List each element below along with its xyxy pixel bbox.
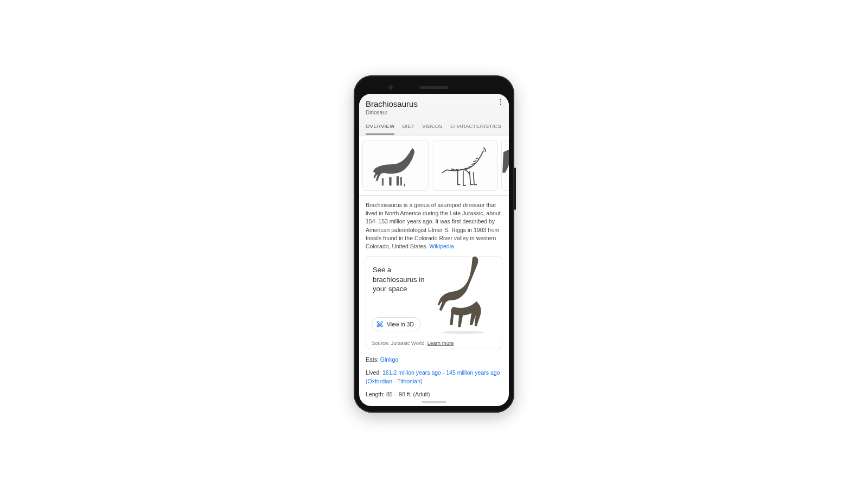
divider [359, 195, 509, 196]
learn-more-link[interactable]: Learn more [427, 340, 454, 346]
phone-speaker [419, 86, 449, 89]
ar-card: See a brachiosaurus in your space [366, 256, 502, 349]
svg-rect-2 [382, 178, 384, 186]
facts-list: Eats: Ginkgo Lived: 161.2 million years … [366, 354, 502, 401]
dinosaur-silhouette-icon [366, 144, 425, 190]
view-in-3d-label: View in 3D [387, 321, 414, 328]
tab-diet[interactable]: DIET [402, 123, 414, 135]
dinosaur-partial-icon [502, 144, 509, 190]
fact-label: Lived: [366, 369, 381, 376]
description-text: Brachiosaurus is a genus of sauropod din… [366, 202, 501, 249]
ar-card-main: See a brachiosaurus in your space [366, 256, 502, 337]
fact-link[interactable]: Ginkgo [380, 356, 398, 363]
screen: Brachiosaurus Dinosaur OVERVIEW DIET VID… [359, 94, 509, 406]
tab-overview[interactable]: OVERVIEW [366, 123, 394, 135]
dinosaur-skeleton-icon [435, 144, 495, 190]
tab-bar: OVERVIEW DIET VIDEOS CHARACTERISTICS SOU… [366, 123, 502, 135]
fact-lived: Lived: 161.2 million years ago - 145 mil… [366, 367, 502, 388]
phone-camera [388, 85, 393, 89]
image-carousel[interactable] [359, 136, 509, 195]
view-in-3d-button[interactable]: View in 3D [372, 317, 421, 331]
tab-characteristics[interactable]: CHARACTERISTICS [450, 123, 501, 135]
description-source-link[interactable]: Wikipedia [429, 243, 454, 249]
content-area: Brachiosaurus is a genus of sauropod din… [359, 201, 509, 401]
fact-label: Length: [366, 391, 385, 397]
page-subtitle: Dinosaur [366, 110, 502, 115]
image-thumbnail[interactable] [432, 140, 498, 191]
fact-eats: Eats: Ginkgo [366, 354, 502, 367]
fact-link[interactable]: (Oxfordian - Tithonian) [366, 378, 422, 384]
phone-side-button [514, 168, 516, 210]
fact-text: 161.2 million years ago - 145 million ye… [382, 369, 500, 376]
ar-source-text: Source: Jurassic World. [372, 340, 427, 346]
fact-text: 85 – 98 ft. (Adult) [386, 391, 430, 397]
svg-rect-3 [400, 177, 401, 185]
knowledge-panel-header: Brachiosaurus Dinosaur OVERVIEW DIET VID… [359, 94, 509, 135]
image-thumbnail[interactable] [362, 140, 429, 191]
fact-length: Length: 85 – 98 ft. (Adult) [366, 388, 502, 401]
image-thumbnail-partial[interactable] [501, 140, 509, 191]
fact-label: Eats: [366, 356, 379, 363]
more-icon[interactable] [497, 98, 505, 106]
svg-rect-4 [404, 184, 405, 187]
description: Brachiosaurus is a genus of sauropod din… [366, 201, 502, 251]
page-title: Brachiosaurus [366, 99, 502, 108]
svg-point-5 [442, 331, 484, 334]
ar-card-footer: Source: Jurassic World. Learn more [366, 337, 502, 349]
phone-frame: Brachiosaurus Dinosaur OVERVIEW DIET VID… [354, 75, 514, 413]
dinosaur-3d-preview-icon [435, 256, 500, 335]
home-indicator[interactable] [422, 401, 446, 403]
svg-rect-1 [397, 177, 399, 186]
ar-cube-icon [376, 320, 384, 328]
svg-rect-0 [389, 177, 391, 185]
tab-videos[interactable]: VIDEOS [422, 123, 443, 135]
